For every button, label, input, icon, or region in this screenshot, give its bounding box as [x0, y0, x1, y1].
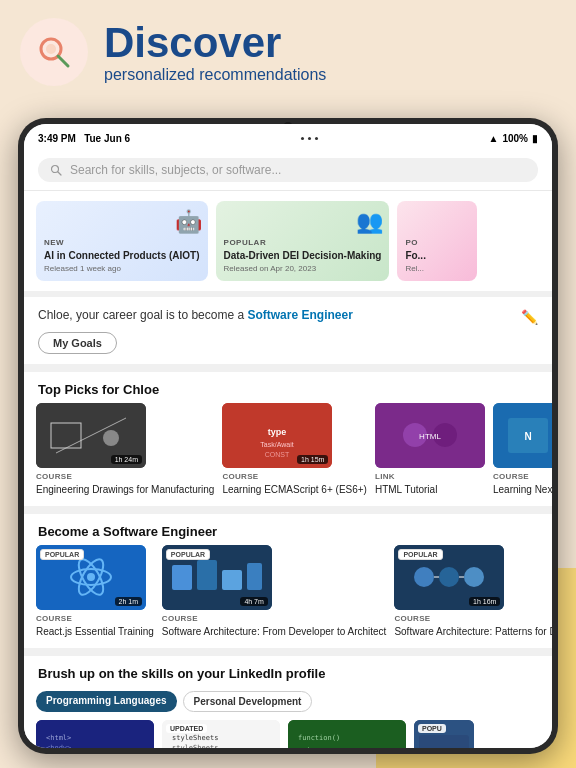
popular-badge-arch1: POPULAR [166, 549, 210, 560]
duration-2: 1h 15m [297, 455, 328, 464]
featured-card-aiot[interactable]: 🤖 NEW AI in Connected Products (AIOT) Re… [36, 201, 208, 281]
course-card-arch2[interactable]: POPULAR 1h 16m COURSE Software Architect… [394, 545, 552, 638]
svg-text:styleSheets: styleSheets [172, 744, 218, 748]
skill-tag-programming[interactable]: Programming Languages [36, 691, 177, 712]
skill-tag-personal[interactable]: Personal Development [183, 691, 313, 712]
arch1-duration: 4h 7m [240, 597, 267, 606]
top-picks-header: Top Picks for Chloe [24, 372, 552, 403]
course-card-html[interactable]: HTML LINK HTML Tutorial [375, 403, 485, 496]
course-thumb-1: 1h 24m [36, 403, 146, 468]
svg-text:type: type [268, 427, 287, 437]
discover-subtitle: personalized recommendations [104, 66, 326, 84]
react-name: React.js Essential Training [36, 625, 154, 638]
bottom-thumb-svg-1: <html> <body> <div> </div> [36, 720, 154, 748]
bottom-thumb-4[interactable]: POPU CSS [414, 720, 474, 748]
course-name-3: HTML Tutorial [375, 483, 485, 496]
my-goals-button[interactable]: My Goals [38, 332, 117, 354]
course-thumb-2: 1h 15m type Task/Await CONST [222, 403, 332, 468]
dei-illustration: 👥 [356, 209, 383, 235]
course-card-arch1[interactable]: POPULAR 4h 7m COURSE Software Architectu… [162, 545, 387, 638]
arch1-thumb: POPULAR 4h 7m [162, 545, 272, 610]
react-duration: 2h 1m [115, 597, 142, 606]
status-bar: 3:49 PM Tue Jun 6 ▲ 100% ▮ [24, 124, 552, 152]
course-type-4: COURSE [493, 472, 552, 481]
edit-icon[interactable]: ✏️ [521, 309, 538, 325]
bottom-badge-updated: UPDATED [166, 724, 207, 733]
course-type-2: COURSE [222, 472, 367, 481]
svg-text:<html>: <html> [46, 734, 71, 742]
header: Discover personalized recommendations [20, 18, 326, 86]
bottom-badge-popular: POPU [418, 724, 446, 733]
course-card-react[interactable]: POPULAR 2h 1m COURSE React.js Essential … [36, 545, 154, 638]
status-time: 3:49 PM [38, 133, 76, 144]
svg-line-4 [58, 172, 61, 175]
react-type: COURSE [36, 614, 154, 623]
svg-point-35 [414, 567, 434, 587]
search-input-icon [50, 164, 62, 176]
brush-up-header: Brush up on the skills on your LinkedIn … [24, 656, 552, 685]
featured-card-3[interactable]: PO Fo... Rel... [397, 201, 477, 281]
status-battery: ▲ 100% ▮ [489, 133, 538, 144]
featured-card-dei[interactable]: 👥 POPULAR Data-Driven DEI Decision-Makin… [216, 201, 390, 281]
course-card-drawings[interactable]: 1h 24m COURSE Engineering Drawings for M… [36, 403, 214, 496]
featured-badge-3: PO [405, 238, 469, 247]
career-goal-section: Chloe, your career goal is to become a S… [24, 291, 552, 364]
battery-text: 100% [502, 133, 528, 144]
top-picks-row: 1h 24m COURSE Engineering Drawings for M… [24, 403, 552, 506]
thumb-svg-4: N Next [493, 403, 552, 468]
aiot-illustration: 🤖 [175, 209, 202, 235]
arch1-type: COURSE [162, 614, 387, 623]
svg-rect-30 [172, 565, 192, 590]
svg-rect-31 [197, 560, 217, 590]
svg-text:function(): function() [298, 734, 340, 742]
search-placeholder-text: Search for skills, subjects, or software… [70, 163, 281, 177]
course-card-nextjs[interactable]: 2h 21m N Next COURSE Learning Next.js [493, 403, 552, 496]
svg-point-36 [439, 567, 459, 587]
course-name-1: Engineering Drawings for Manufacturing [36, 483, 214, 496]
bottom-thumb-1[interactable]: <html> <body> <div> </div> [36, 720, 154, 748]
arch2-duration: 1h 16m [469, 597, 500, 606]
magnifier-icon [34, 32, 74, 72]
svg-text:HTML: HTML [419, 432, 441, 441]
course-card-ecma[interactable]: 1h 15m type Task/Await CONST COURSE Lear… [222, 403, 367, 496]
course-name-4: Learning Next.js [493, 483, 552, 496]
svg-point-3 [52, 166, 59, 173]
popular-badge-react: POPULAR [40, 549, 84, 560]
course-thumb-3: HTML [375, 403, 485, 468]
svg-point-2 [46, 44, 56, 54]
become-engineer-row: POPULAR 2h 1m COURSE React.js Essential … [24, 545, 552, 648]
bottom-thumb-2[interactable]: UPDATED styleSheets styleSheets style... [162, 720, 280, 748]
featured-subtitle-3: Rel... [405, 264, 469, 273]
status-date: Tue Jun 6 [84, 133, 130, 144]
bottom-thumb-3[interactable]: function() return const [288, 720, 406, 748]
device-screen: 3:49 PM Tue Jun 6 ▲ 100% ▮ [24, 124, 552, 748]
status-dots [301, 137, 318, 140]
arch1-name: Software Architecture: From Developer to… [162, 625, 387, 638]
popular-badge-arch2: POPULAR [398, 549, 442, 560]
svg-text:<body>: <body> [46, 744, 71, 748]
react-thumb: POPULAR 2h 1m [36, 545, 146, 610]
course-type-3: LINK [375, 472, 485, 481]
wifi-icon: ▲ [489, 133, 499, 144]
thumb-svg-3: HTML [375, 403, 485, 468]
featured-subtitle-2: Released on Apr 20, 2023 [224, 264, 382, 273]
svg-line-1 [58, 56, 68, 66]
dot-2 [308, 137, 311, 140]
career-goal-link[interactable]: Software Engineer [247, 308, 352, 322]
become-engineer-header: Become a Software Engineer [24, 514, 552, 545]
battery-icon: ▮ [532, 133, 538, 144]
duration-1: 1h 24m [111, 455, 142, 464]
skills-tags-row: Programming Languages Personal Developme… [24, 685, 552, 720]
arch2-type: COURSE [394, 614, 552, 623]
section-divider-2 [24, 506, 552, 514]
course-name-2: Learning ECMAScript 6+ (ES6+) [222, 483, 367, 496]
device-frame: 3:49 PM Tue Jun 6 ▲ 100% ▮ [18, 118, 558, 754]
section-divider-1 [24, 364, 552, 372]
svg-point-8 [103, 430, 119, 446]
svg-text:styleSheets: styleSheets [172, 734, 218, 742]
main-content: 🤖 NEW AI in Connected Products (AIOT) Re… [24, 191, 552, 748]
arch2-name: Software Architecture: Patterns for Deve… [394, 625, 552, 638]
svg-rect-32 [222, 570, 242, 590]
career-prefix: Chloe, your career goal is to become a [38, 308, 247, 322]
search-input-wrap[interactable]: Search for skills, subjects, or software… [38, 158, 538, 182]
